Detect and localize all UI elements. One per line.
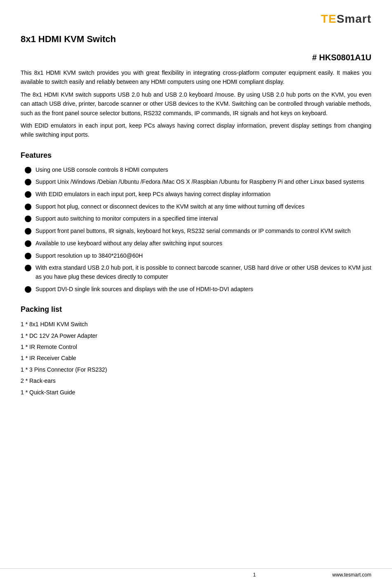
list-item: 1 * IR Remote Control [21,342,371,351]
bullet-icon [25,286,31,293]
list-item: Available to use keyboard without any de… [25,239,371,248]
list-item: Support hot plug, connect or disconnect … [25,202,371,211]
description-para-3: With EDID emulators in each input port, … [21,121,371,140]
list-item: Support DVI-D single link sources and di… [25,285,371,294]
logo-smart: Smart [337,12,371,25]
packing-heading: Packing list [21,305,371,314]
feature-text: Support hot plug, connect or disconnect … [35,202,371,211]
bullet-icon [25,179,31,185]
bullet-icon [25,240,31,247]
feature-text: Support Unix /Windows /Debian /Ubuntu /F… [35,178,371,187]
description-para-2: The 8x1 HDMI KVM switch supports USB 2.0… [21,90,371,118]
list-item: 1 * 3 Pins Connector (For RS232) [21,365,371,374]
feature-text: With extra standard USB 2.0 hub port, it… [35,263,371,281]
feature-text: Support DVI-D single link sources and di… [35,285,371,294]
bullet-icon [25,216,31,222]
bullet-icon [25,253,31,259]
page-title: 8x1 HDMI KVM Switch [21,34,371,45]
logo-te: TE [321,12,337,25]
list-item: With extra standard USB 2.0 hub port, it… [25,263,371,281]
bullet-icon [25,191,31,198]
list-item: 2 * Rack-ears [21,376,371,385]
bullet-icon [25,228,31,235]
list-item: 1 * Quick-Start Guide [21,388,371,397]
feature-text: Available to use keyboard without any de… [35,239,371,248]
list-item: Using one USB console controls 8 HDMI co… [25,166,371,175]
bullet-icon [25,167,31,173]
list-item: 1 * DC 12V 2A Power Adapter [21,331,371,340]
feature-text: Using one USB console controls 8 HDMI co… [35,166,371,175]
footer-website: www.tesmart.com [332,572,371,578]
list-item: Support auto switching to monitor comput… [25,214,371,223]
list-item: With EDID emulators in each input port, … [25,190,371,199]
features-list: Using one USB console controls 8 HDMI co… [21,166,371,294]
feature-text: Support auto switching to monitor comput… [35,214,371,223]
list-item: 1 * IR Receiver Cable [21,353,371,363]
model-number: # HKS0801A1U [21,53,371,62]
footer-page-number: 1 [177,572,333,578]
footer: 1 www.tesmart.com [0,568,392,578]
packing-list: 1 * 8x1 HDMI KVM Switch 1 * DC 12V 2A Po… [21,320,371,397]
feature-text: Support front panel buttons, IR signals,… [35,227,371,236]
description-block: This 8x1 HDMI KVM switch provides you wi… [21,68,371,140]
list-item: 1 * 8x1 HDMI KVM Switch [21,320,371,329]
feature-text: With EDID emulators in each input port, … [35,190,371,199]
bullet-icon [25,265,31,271]
list-item: Support front panel buttons, IR signals,… [25,227,371,236]
logo: TESmart [321,12,371,26]
page-wrapper: TESmart 8x1 HDMI KVM Switch # HKS0801A1U… [0,0,392,586]
list-item: Support resolution up to 3840*2160@60H [25,251,371,261]
description-para-1: This 8x1 HDMI KVM switch provides you wi… [21,68,371,87]
header: TESmart [21,12,371,26]
features-heading: Features [21,151,371,160]
bullet-icon [25,204,31,210]
feature-text: Support resolution up to 3840*2160@60H [35,251,371,261]
list-item: Support Unix /Windows /Debian /Ubuntu /F… [25,178,371,187]
